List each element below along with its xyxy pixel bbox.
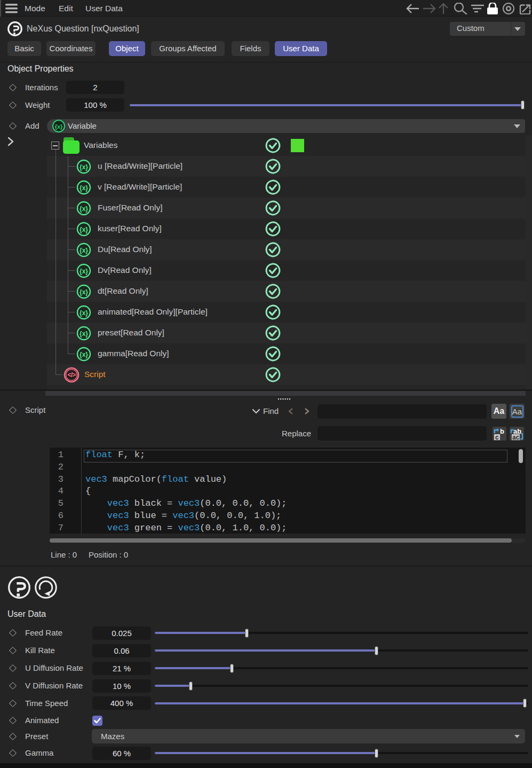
svg-text:ac: ac xyxy=(512,434,520,441)
svg-text:b: b xyxy=(500,427,504,435)
svg-text:{x}: {x} xyxy=(80,309,88,316)
svg-text:{x}: {x} xyxy=(80,184,88,191)
svg-text:{x}: {x} xyxy=(80,350,88,358)
svg-text:{x}: {x} xyxy=(80,246,88,254)
svg-text:{x}: {x} xyxy=(80,225,88,233)
svg-text:{x}: {x} xyxy=(55,123,63,130)
svg-text:{x}: {x} xyxy=(80,205,88,212)
svg-text:{x}: {x} xyxy=(80,330,88,337)
svg-text:{x}: {x} xyxy=(80,267,88,275)
svg-text:</>: </> xyxy=(68,371,76,379)
svg-text:{x}: {x} xyxy=(80,163,88,170)
svg-text:{x}: {x} xyxy=(80,288,88,295)
svg-text:c: c xyxy=(495,434,499,441)
